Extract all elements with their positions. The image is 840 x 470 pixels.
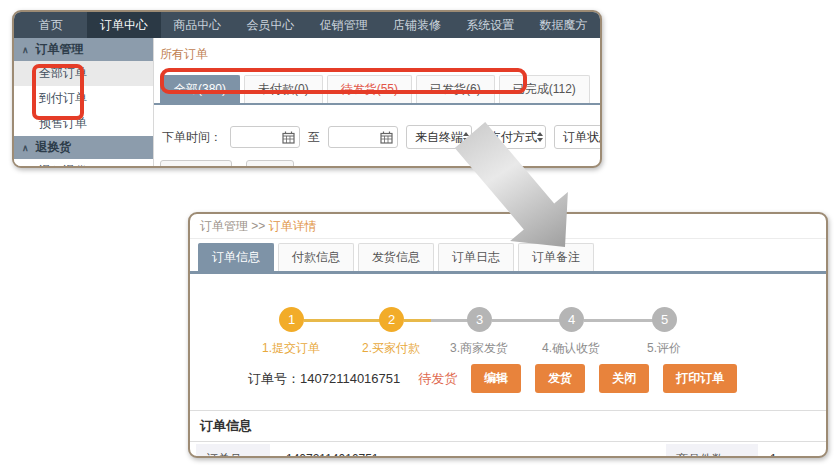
step-label-5: 5.评价 bbox=[647, 340, 681, 357]
tab-to-ship-label: 待发货(55) bbox=[341, 82, 398, 96]
date-to-input[interactable] bbox=[328, 126, 398, 148]
terminal-select[interactable]: 来自终端 bbox=[406, 125, 472, 149]
filter-row: 下单时间： 至 来自终端 支付方式 订单状态 bbox=[154, 125, 600, 149]
order-status-select-value: 订单状态 bbox=[563, 129, 600, 146]
print-orders-button[interactable]: 打印订单 bbox=[160, 160, 232, 168]
breadcrumb-parent[interactable]: 订单管理 bbox=[200, 219, 248, 233]
export-button[interactable]: 导出 bbox=[246, 160, 294, 168]
order-no-label: 订单号： bbox=[196, 444, 270, 458]
order-number-text: 订单号：14072114016751 bbox=[248, 370, 400, 388]
step-label-2: 2.买家付款 bbox=[362, 340, 420, 357]
breadcrumb-separator: >> bbox=[251, 219, 265, 233]
tab-shipped[interactable]: 已发货(6) bbox=[416, 75, 495, 103]
payment-select[interactable]: 支付方式 bbox=[480, 125, 546, 149]
sidebar-item-all-orders[interactable]: 全部订单 bbox=[14, 61, 153, 86]
tab-order-log[interactable]: 订单日志 bbox=[438, 243, 514, 271]
tab-order-info[interactable]: 订单信息 bbox=[198, 243, 274, 271]
order-progress-stepper: 1 2 3 4 5 1.提交订单 2.买家付款 3.商家发货 4.确认收货 5.… bbox=[190, 296, 826, 358]
tab-payment-info[interactable]: 付款信息 bbox=[278, 243, 354, 271]
sidebar-section-returns[interactable]: ∧ 退换货 bbox=[14, 136, 153, 159]
sidebar-section-order-management[interactable]: ∧ 订单管理 bbox=[14, 38, 153, 61]
step-circle-3: 3 bbox=[467, 307, 492, 332]
step-label-1: 1.提交订单 bbox=[262, 340, 320, 357]
step-connector-4-5 bbox=[584, 319, 653, 322]
step-circle-5: 5 bbox=[652, 307, 677, 332]
order-info-section: 订单信息 订单号： 14072114016751 商品件数： 1 bbox=[190, 410, 826, 458]
collapse-caret-icon: ∧ bbox=[22, 45, 29, 55]
collapse-caret-icon: ∧ bbox=[22, 143, 29, 153]
calendar-icon bbox=[380, 131, 393, 144]
page-title: 所有订单 bbox=[154, 46, 600, 63]
order-detail-window: 订单管理 >> 订单详情 订单信息 付款信息 发货信息 订单日志 订单备注 1 … bbox=[188, 212, 828, 458]
order-no-value: 14072114016751 bbox=[286, 444, 666, 458]
tab-to-ship[interactable]: 待发货(55) bbox=[327, 75, 412, 103]
detail-tabs: 订单信息 付款信息 发货信息 订单日志 订单备注 bbox=[190, 243, 826, 274]
updown-arrows-icon bbox=[537, 132, 543, 142]
order-status-tabs: 全部(380) 未付款(0) 待发货(55) 已发货(6) 已完成(112) bbox=[154, 75, 600, 105]
date-from-input[interactable] bbox=[230, 126, 300, 148]
nav-item-data-cube[interactable]: 数据魔方 bbox=[527, 12, 600, 38]
close-order-button[interactable]: 关闭 bbox=[599, 364, 649, 393]
order-time-label: 下单时间： bbox=[162, 129, 222, 146]
order-status-select[interactable]: 订单状态 bbox=[554, 125, 600, 149]
tab-shipping-info[interactable]: 发货信息 bbox=[358, 243, 434, 271]
top-nav: 首页 订单中心 商品中心 会员中心 促销管理 店铺装修 系统设置 数据魔方 bbox=[14, 12, 600, 38]
tab-completed[interactable]: 已完成(112) bbox=[499, 75, 590, 103]
payment-select-value: 支付方式 bbox=[489, 129, 537, 146]
to-label: 至 bbox=[308, 129, 320, 146]
step-label-4: 4.确认收货 bbox=[542, 340, 600, 357]
order-info-row: 订单号： 14072114016751 商品件数： 1 bbox=[190, 442, 826, 458]
nav-item-home[interactable]: 首页 bbox=[14, 12, 87, 38]
tab-order-remarks[interactable]: 订单备注 bbox=[518, 243, 594, 271]
terminal-select-value: 来自终端 bbox=[415, 129, 463, 146]
step-connector-3-4 bbox=[492, 319, 560, 322]
order-status-badge: 待发货 bbox=[418, 370, 457, 388]
order-list-window: 首页 订单中心 商品中心 会员中心 促销管理 店铺装修 系统设置 数据魔方 ∧ … bbox=[12, 10, 602, 168]
calendar-icon bbox=[282, 131, 295, 144]
tab-unpaid[interactable]: 未付款(0) bbox=[244, 75, 323, 103]
nav-item-system-settings[interactable]: 系统设置 bbox=[454, 12, 527, 38]
item-count-label: 商品件数： bbox=[666, 444, 758, 458]
sidebar-section-title: 退换货 bbox=[36, 139, 72, 156]
nav-item-product-center[interactable]: 商品中心 bbox=[161, 12, 234, 38]
sidebar-item-presale-orders[interactable]: 预售订单 bbox=[14, 111, 153, 136]
updown-arrows-icon bbox=[463, 132, 469, 142]
tab-all[interactable]: 全部(380) bbox=[160, 75, 240, 103]
edit-button[interactable]: 编辑 bbox=[471, 364, 521, 393]
sidebar-item-refund-return[interactable]: 退款退货 bbox=[14, 159, 153, 168]
breadcrumb-current: 订单详情 bbox=[269, 219, 317, 233]
order-info-heading: 订单信息 bbox=[190, 411, 826, 442]
step-label-3: 3.商家发货 bbox=[450, 340, 508, 357]
nav-item-promotion[interactable]: 促销管理 bbox=[307, 12, 380, 38]
item-count-value: 1 bbox=[770, 444, 820, 458]
sidebar-item-cod-orders[interactable]: 到付订单 bbox=[14, 86, 153, 111]
sidebar-section-title: 订单管理 bbox=[36, 41, 84, 58]
nav-item-order-center[interactable]: 订单中心 bbox=[87, 12, 160, 38]
nav-item-member-center[interactable]: 会员中心 bbox=[234, 12, 307, 38]
step-circle-1: 1 bbox=[279, 307, 304, 332]
step-connector-1-2 bbox=[304, 319, 380, 322]
sidebar: ∧ 订单管理 全部订单 到付订单 预售订单 ∧ 退换货 退款退货 bbox=[14, 38, 154, 168]
print-order-button[interactable]: 打印订单 bbox=[663, 364, 737, 393]
breadcrumb: 订单管理 >> 订单详情 bbox=[190, 214, 826, 239]
list-action-buttons: 打印订单 导出 bbox=[160, 160, 294, 168]
order-list-main: 所有订单 全部(380) 未付款(0) 待发货(55) 已发货(6) 已完成(1… bbox=[154, 38, 600, 168]
step-connector-2-3 bbox=[404, 319, 468, 322]
ship-button[interactable]: 发货 bbox=[535, 364, 585, 393]
nav-item-shop-design[interactable]: 店铺装修 bbox=[380, 12, 453, 38]
step-circle-4: 4 bbox=[559, 307, 584, 332]
step-circle-2: 2 bbox=[379, 307, 404, 332]
order-action-bar: 订单号：14072114016751 待发货 编辑 发货 关闭 打印订单 bbox=[190, 364, 826, 393]
